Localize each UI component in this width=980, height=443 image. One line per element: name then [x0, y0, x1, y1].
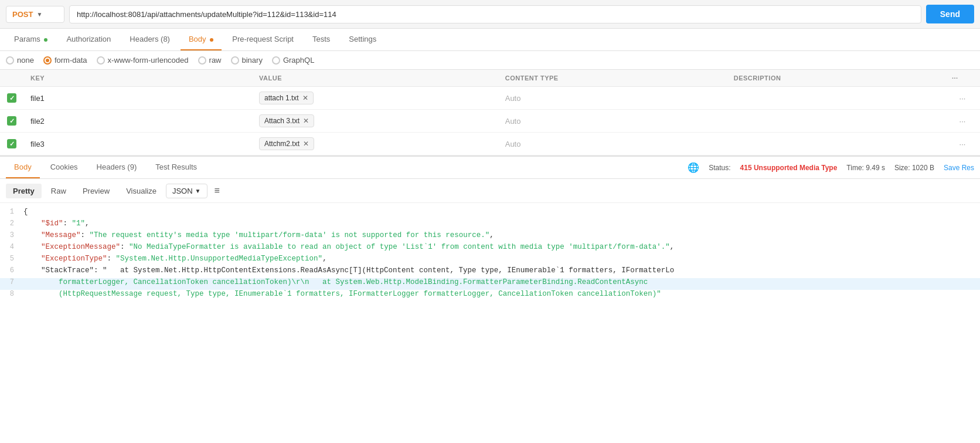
format-tabs: Pretty Raw Preview Visualize JSON ▼ ≡ — [0, 179, 980, 203]
send-button[interactable]: Send — [926, 5, 974, 23]
table-row: file3 Attchm2.txt ✕ Auto ··· — [0, 133, 980, 155]
remove-file-0[interactable]: ✕ — [302, 94, 308, 102]
fmt-tab-raw[interactable]: Raw — [44, 184, 73, 198]
body-type-raw[interactable]: raw — [198, 56, 222, 65]
body-type-urlencoded[interactable]: x-www-form-urlencoded — [97, 56, 189, 65]
tab-authorization[interactable]: Authorization — [58, 29, 119, 50]
file-name-2: Attchm2.txt — [264, 140, 300, 148]
resp-tab-testresults[interactable]: Test Results — [147, 157, 205, 178]
value-col-header: VALUE — [252, 70, 498, 87]
wrap-button[interactable]: ≡ — [210, 182, 224, 199]
body-type-selector: none form-data x-www-form-urlencoded raw… — [0, 51, 980, 70]
fmt-tab-preview[interactable]: Preview — [76, 184, 117, 198]
resp-tab-cookies[interactable]: Cookies — [42, 157, 86, 178]
checkbox-col-header — [0, 70, 23, 87]
file-name-1: Attach 3.txt — [264, 117, 300, 125]
row-description-0[interactable] — [727, 87, 945, 110]
row-value-0: attach 1.txt ✕ — [252, 87, 498, 110]
row-more-2[interactable]: ··· — [945, 133, 980, 155]
response-section: Body Cookies Headers (9) Test Results 🌐 … — [0, 155, 980, 370]
code-line-6: 6 "StackTrace": " at System.Net.Http.Htt… — [0, 266, 980, 278]
more-col-header: ··· — [945, 70, 980, 87]
response-body-code: 1{2 "$id": "1",3 "Message": "The request… — [0, 203, 980, 370]
line-number-7: 7 — [0, 278, 23, 286]
tab-params[interactable]: Params — [6, 29, 56, 50]
row-checkbox-0[interactable] — [0, 87, 23, 110]
tab-body[interactable]: Body — [181, 29, 222, 50]
code-line-3: 3 "Message": "The request entity's media… — [0, 231, 980, 243]
code-line-2: 2 "$id": "1", — [0, 219, 980, 231]
line-number-5: 5 — [0, 255, 23, 263]
radio-graphql[interactable] — [272, 56, 280, 65]
url-bar: POST ▼ Send — [0, 0, 980, 29]
key-col-header: KEY — [23, 70, 252, 87]
url-input[interactable] — [69, 5, 921, 23]
radio-raw[interactable] — [198, 56, 206, 65]
body-type-binary[interactable]: binary — [231, 56, 263, 65]
body-type-none[interactable]: none — [6, 56, 34, 65]
row-description-1[interactable] — [727, 110, 945, 133]
line-content-7: formatterLogger, CancellationToken cance… — [23, 278, 980, 286]
file-chip-2: Attchm2.txt ✕ — [259, 137, 314, 150]
file-name-0: attach 1.txt — [264, 94, 299, 102]
line-content-6: "StackTrace": " at System.Net.Http.HttpC… — [23, 266, 980, 275]
globe-icon: 🌐 — [688, 162, 699, 173]
row-more-0[interactable]: ··· — [945, 87, 980, 110]
checkbox-2[interactable] — [7, 139, 16, 148]
line-content-2: "$id": "1", — [23, 219, 980, 228]
line-content-8: (HttpRequestMessage request, Type type, … — [23, 290, 980, 298]
row-content-type-2: Auto — [498, 133, 727, 155]
method-label: POST — [12, 10, 33, 19]
radio-urlencoded[interactable] — [97, 56, 105, 65]
tab-prerequest[interactable]: Pre-request Script — [224, 29, 302, 50]
row-value-1: Attach 3.txt ✕ — [252, 110, 498, 133]
description-col-header: DESCRIPTION — [727, 70, 945, 87]
body-type-formdata[interactable]: form-data — [43, 56, 87, 65]
resp-tab-body[interactable]: Body — [6, 157, 40, 178]
code-line-5: 5 "ExceptionType": "System.Net.Http.Unsu… — [0, 255, 980, 266]
table-row: file2 Attach 3.txt ✕ Auto ··· — [0, 110, 980, 133]
fmt-tab-pretty[interactable]: Pretty — [6, 184, 42, 198]
code-line-8: 8 (HttpRequestMessage request, Type type… — [0, 290, 980, 302]
body-type-graphql[interactable]: GraphQL — [272, 56, 314, 65]
row-description-2[interactable] — [727, 133, 945, 155]
row-key-2[interactable]: file3 — [23, 133, 252, 155]
line-content-3: "Message": "The request entity's media t… — [23, 231, 980, 239]
code-line-1: 1{ — [0, 208, 980, 219]
line-content-4: "ExceptionMessage": "No MediaTypeFormatt… — [23, 243, 980, 251]
row-key-0[interactable]: file1 — [23, 87, 252, 110]
method-selector[interactable]: POST ▼ — [6, 6, 64, 23]
row-content-type-1: Auto — [498, 110, 727, 133]
tab-tests[interactable]: Tests — [304, 29, 338, 50]
row-checkbox-1[interactable] — [0, 110, 23, 133]
code-line-7: 7 formatterLogger, CancellationToken can… — [0, 278, 980, 290]
save-response-button[interactable]: Save Res — [944, 164, 974, 172]
line-number-8: 8 — [0, 290, 23, 298]
file-chip-1: Attach 3.txt ✕ — [259, 114, 314, 127]
row-checkbox-2[interactable] — [0, 133, 23, 155]
radio-formdata[interactable] — [43, 56, 52, 65]
resp-tab-headers[interactable]: Headers (9) — [89, 157, 145, 178]
form-data-table: KEY VALUE CONTENT TYPE DESCRIPTION ··· f… — [0, 70, 980, 155]
row-more-1[interactable]: ··· — [945, 110, 980, 133]
row-value-2: Attchm2.txt ✕ — [252, 133, 498, 155]
response-size: Size: 1020 B — [894, 164, 934, 172]
line-number-4: 4 — [0, 243, 23, 251]
row-key-1[interactable]: file2 — [23, 110, 252, 133]
line-number-2: 2 — [0, 219, 23, 228]
json-format-selector[interactable]: JSON ▼ — [166, 184, 207, 198]
remove-file-1[interactable]: ✕ — [303, 117, 309, 125]
response-tabs-bar: Body Cookies Headers (9) Test Results 🌐 … — [0, 155, 980, 179]
tab-settings[interactable]: Settings — [341, 29, 384, 50]
checkbox-0[interactable] — [7, 93, 16, 103]
fmt-tab-visualize[interactable]: Visualize — [119, 184, 164, 198]
response-status: 🌐 Status: 415 Unsupported Media Type Tim… — [688, 162, 974, 173]
radio-binary[interactable] — [231, 56, 239, 65]
radio-none[interactable] — [6, 56, 14, 65]
tab-headers[interactable]: Headers (8) — [121, 29, 178, 50]
remove-file-2[interactable]: ✕ — [303, 140, 309, 148]
response-time: Time: 9.49 s — [846, 164, 885, 172]
body-dot — [210, 38, 213, 42]
checkbox-1[interactable] — [7, 116, 16, 126]
line-number-1: 1 — [0, 208, 23, 216]
